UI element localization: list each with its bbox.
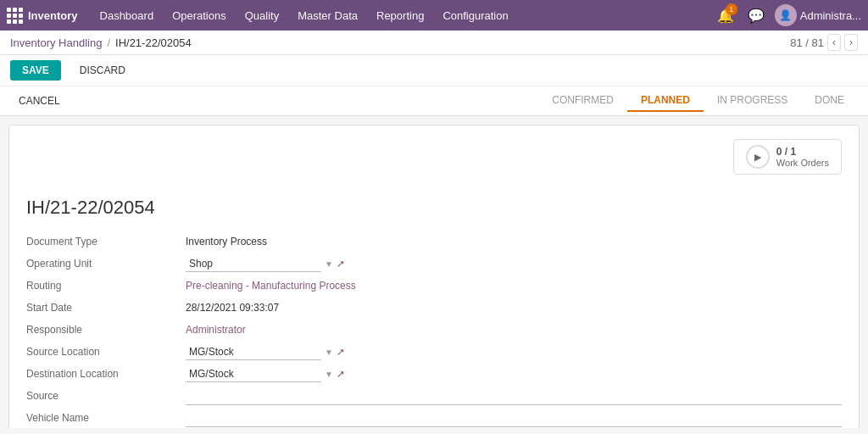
work-orders-button[interactable]: ▶ 0 / 1 Work Orders [733, 139, 842, 175]
discard-button[interactable]: DISCARD [68, 60, 137, 81]
notification-bell[interactable]: 🔔 1 [714, 3, 737, 27]
notification-badge: 1 [726, 3, 737, 15]
responsible-label: Responsible [26, 320, 179, 339]
nav-prev[interactable]: ‹ [827, 34, 841, 51]
status-steps: CONFIRMED PLANNED IN PROGRESS DONE [538, 90, 858, 112]
action-bar: SAVE DISCARD [0, 55, 868, 86]
nav-operations[interactable]: Operations [164, 4, 235, 27]
chat-icon[interactable]: 💬 [744, 3, 768, 27]
status-confirmed[interactable]: CONFIRMED [538, 90, 627, 112]
source-location-field[interactable]: MG/Stock ▼ ➚ [186, 342, 842, 361]
nav-counter: 81 / 81 ‹ › [790, 34, 858, 51]
status-bar: CANCEL CONFIRMED PLANNED IN PROGRESS DON… [0, 86, 868, 116]
user-avatar[interactable]: 👤 Administra... [775, 4, 861, 26]
source-input[interactable] [186, 387, 842, 405]
destination-location-field[interactable]: MG/Stock ▼ ➚ [186, 364, 842, 383]
navbar: Inventory Dashboard Operations Quality M… [0, 0, 868, 31]
save-button[interactable]: SAVE [10, 60, 61, 81]
user-name: Administra... [800, 9, 861, 22]
routing-label: Routing [26, 276, 179, 295]
counter-text: 81 / 81 [790, 36, 824, 49]
status-in-progress[interactable]: IN PROGRESS [704, 90, 801, 112]
document-title: IH/21-22/02054 [26, 197, 842, 219]
source-label: Source [26, 387, 179, 405]
breadcrumb: Inventory Handling / IH/21-22/02054 [10, 36, 192, 49]
breadcrumb-current: IH/21-22/02054 [115, 36, 192, 49]
nav-next[interactable]: › [844, 34, 858, 51]
doc-type-value: Inventory Process [186, 232, 842, 251]
work-orders-info: 0 / 1 Work Orders [776, 146, 829, 168]
nav-configuration[interactable]: Configuration [434, 4, 516, 27]
vehicle-name-label: Vehicle Name [26, 409, 179, 427]
doc-type-label: Document Type [26, 232, 179, 251]
document-card: ▶ 0 / 1 Work Orders IH/21-22/02054 Docum… [8, 125, 860, 428]
work-orders-label: Work Orders [776, 158, 829, 168]
avatar-circle: 👤 [775, 4, 797, 26]
destination-location-arrow: ▼ [325, 370, 333, 379]
nav-reporting[interactable]: Reporting [368, 4, 432, 27]
source-location-ext-link[interactable]: ➚ [337, 346, 345, 358]
app-brand[interactable]: Inventory [7, 8, 78, 24]
nav-dashboard[interactable]: Dashboard [92, 4, 163, 27]
work-orders-icon: ▶ [746, 145, 770, 169]
source-location-label: Source Location [26, 342, 179, 361]
navbar-right: 🔔 1 💬 👤 Administra... [714, 3, 861, 27]
routing-value[interactable]: Pre-cleaning - Manufacturing Process [186, 276, 842, 295]
main-content: ▶ 0 / 1 Work Orders IH/21-22/02054 Docum… [0, 116, 868, 428]
breadcrumb-parent[interactable]: Inventory Handling [10, 36, 102, 49]
main-nav: Dashboard Operations Quality Master Data… [92, 4, 714, 27]
app-title: Inventory [28, 9, 78, 22]
grid-icon [7, 8, 23, 24]
responsible-value[interactable]: Administrator [186, 320, 842, 339]
nav-quality[interactable]: Quality [236, 4, 287, 27]
work-orders-count: 0 / 1 [776, 146, 829, 158]
destination-location-label: Destination Location [26, 364, 179, 383]
sub-header: Inventory Handling / IH/21-22/02054 81 /… [0, 31, 868, 55]
destination-location-ext-link[interactable]: ➚ [337, 368, 345, 380]
vehicle-name-input[interactable] [186, 409, 842, 427]
operating-unit-field[interactable]: Shop ▼ ➚ [186, 254, 842, 273]
source-location-arrow: ▼ [325, 348, 333, 357]
operating-unit-ext-link[interactable]: ➚ [337, 258, 345, 270]
breadcrumb-separator: / [107, 36, 110, 49]
card-top-row: ▶ 0 / 1 Work Orders [26, 139, 842, 183]
cancel-button[interactable]: CANCEL [10, 91, 69, 111]
status-planned[interactable]: PLANNED [627, 90, 704, 112]
start-date-label: Start Date [26, 298, 179, 317]
start-date-value: 28/12/2021 09:33:07 [186, 298, 842, 317]
status-done[interactable]: DONE [801, 90, 858, 112]
nav-master-data[interactable]: Master Data [289, 4, 366, 27]
destination-location-value: MG/Stock [186, 366, 321, 382]
document-form: Document Type Inventory Process Operatin… [26, 232, 842, 427]
operating-unit-arrow: ▼ [325, 259, 333, 269]
source-location-value: MG/Stock [186, 344, 321, 360]
operating-unit-label: Operating Unit [26, 254, 179, 273]
operating-unit-value: Shop [186, 256, 321, 272]
